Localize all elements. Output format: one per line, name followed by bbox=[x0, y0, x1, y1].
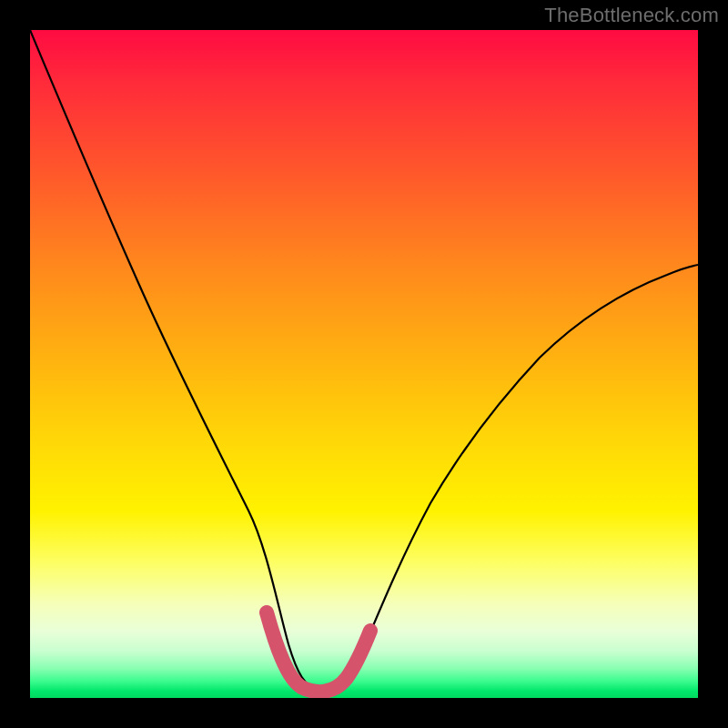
highlight-segment bbox=[267, 612, 370, 692]
watermark-text: TheBottleneck.com bbox=[544, 4, 719, 27]
chart-frame: TheBottleneck.com bbox=[0, 0, 728, 728]
bottleneck-curve bbox=[30, 30, 698, 691]
curve-layer bbox=[30, 30, 698, 698]
plot-area bbox=[30, 30, 698, 698]
